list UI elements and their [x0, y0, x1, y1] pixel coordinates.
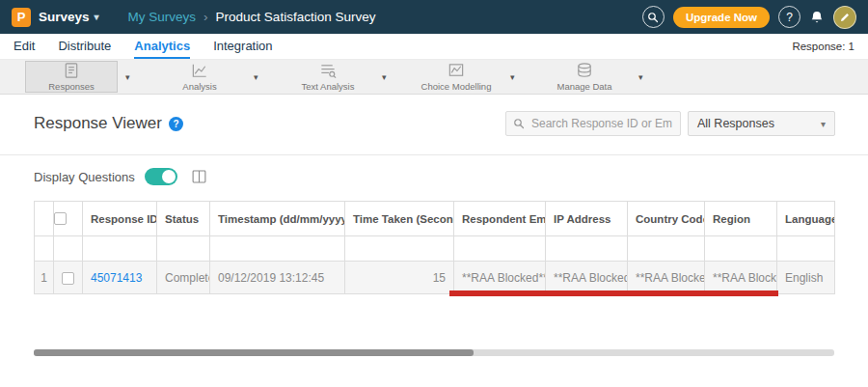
search-icon [647, 12, 659, 23]
time-taken-cell: 15 [345, 262, 454, 294]
column-header-status[interactable]: Status [157, 202, 210, 236]
help-icon: ? [786, 11, 793, 24]
select-all-checkbox[interactable] [54, 212, 67, 225]
filter-cell[interactable] [345, 236, 454, 262]
bell-icon [809, 10, 825, 25]
column-header-timestamp[interactable]: Timestamp (dd/mm/yyyy)⇅ [210, 202, 345, 236]
topbar: P Surveys ▾ My Surveys › Product Satisfa… [0, 0, 868, 34]
responses-icon [62, 62, 81, 80]
surveys-menu-label: Surveys [39, 10, 90, 24]
breadcrumb-my-surveys[interactable]: My Surveys [128, 10, 197, 24]
filter-cell[interactable] [546, 236, 628, 262]
responses-dropdown-caret[interactable]: ▾ [125, 72, 130, 82]
ribbon-group-text-analysis: Text Analysis ▾ [282, 61, 410, 93]
column-layout-button[interactable] [191, 169, 207, 184]
ribbon-item-analysis[interactable]: Analysis [153, 61, 246, 93]
ribbon-item-manage-data[interactable]: Manage Data [538, 61, 631, 93]
breadcrumb-current: Product Satisfaction Survey [216, 10, 376, 24]
column-label: Respondent Email [462, 213, 546, 225]
display-questions-label: Display Questions [34, 170, 135, 184]
response-viewer-panel: Response Viewer ? All Responses ▾ Displa… [0, 95, 868, 387]
row-select-cell [54, 262, 83, 294]
status-cell: Completed [157, 262, 210, 294]
filter-cell[interactable] [705, 236, 777, 262]
column-label: Timestamp (dd/mm/yyyy) [218, 213, 345, 225]
global-search-button[interactable] [642, 6, 665, 28]
ip-address-cell: **RAA Blocked** [546, 262, 628, 294]
filter-cell [54, 236, 83, 262]
filter-cell[interactable] [454, 236, 546, 262]
responses-filter-dropdown[interactable]: All Responses ▾ [688, 111, 835, 136]
column-label: Response ID [91, 213, 157, 225]
column-label: Status [165, 213, 199, 225]
ribbon-item-label: Analysis [182, 81, 216, 92]
tab-distribute[interactable]: Distribute [58, 34, 111, 59]
column-header-country-code[interactable]: Country Code [628, 202, 705, 236]
tab-edit[interactable]: Edit [14, 34, 35, 59]
analysis-icon [190, 62, 209, 80]
breadcrumb: My Surveys › Product Satisfaction Survey [128, 10, 376, 24]
column-header-time-taken[interactable]: Time Taken (Seconds)⇅ [345, 202, 454, 236]
text-analysis-icon [318, 62, 338, 80]
ribbon-item-label: Choice Modelling [421, 81, 492, 92]
select-all-header [54, 202, 83, 236]
tab-analytics[interactable]: Analytics [134, 34, 190, 59]
redaction-highlight [449, 290, 778, 296]
choice-modelling-icon [447, 62, 466, 80]
notifications-button[interactable] [809, 10, 825, 25]
column-header-respondent-email[interactable]: Respondent Email [454, 202, 546, 236]
response-id-cell: 45071413 [83, 262, 157, 294]
table-row[interactable]: 1 45071413 Completed 09/12/2019 13:12:45… [35, 262, 835, 294]
choice-modelling-dropdown-caret[interactable]: ▾ [510, 72, 515, 82]
column-header-region[interactable]: Region [705, 202, 777, 236]
viewer-help-badge[interactable]: ? [169, 117, 183, 131]
column-label: Region [713, 213, 750, 225]
ribbon-group-manage-data: Manage Data ▾ [538, 61, 666, 93]
surveys-menu[interactable]: Surveys ▾ [39, 10, 99, 24]
language-cell: English [777, 262, 835, 294]
search-icon [513, 118, 525, 129]
display-questions-row: Display Questions [34, 167, 207, 186]
upgrade-now-button[interactable]: Upgrade Now [673, 7, 770, 28]
manage-data-dropdown-caret[interactable]: ▾ [638, 72, 643, 82]
column-header-ip-address[interactable]: IP Address [546, 202, 628, 236]
search-input[interactable] [505, 111, 681, 136]
ribbon-item-choice-modelling[interactable]: Choice Modelling [410, 61, 502, 93]
row-index: 1 [35, 262, 54, 294]
scrollbar-thumb[interactable] [34, 349, 474, 356]
viewer-header: Response Viewer ? All Responses ▾ [34, 110, 835, 137]
horizontal-scrollbar[interactable] [34, 349, 834, 356]
column-header-language[interactable]: Language [777, 202, 835, 236]
column-label: IP Address [554, 213, 610, 225]
tab-integration[interactable]: Integration [213, 34, 272, 59]
row-checkbox[interactable] [62, 272, 74, 285]
analytics-ribbon: Responses ▾ Analysis ▾ Text Analysis ▾ C… [0, 60, 868, 95]
responses-table: Response ID▾ Status Timestamp (dd/mm/yyy… [34, 201, 835, 294]
country-code-cell: **RAA Blocked** [628, 262, 705, 294]
filter-cell[interactable] [210, 236, 345, 262]
analysis-dropdown-caret[interactable]: ▾ [254, 72, 258, 82]
app-logo[interactable]: P [12, 8, 31, 27]
survey-tabs: Edit Distribute Analytics Integration Re… [0, 34, 868, 60]
filter-cell[interactable] [83, 236, 157, 262]
ribbon-item-responses[interactable]: Responses [25, 61, 118, 93]
display-questions-toggle[interactable] [145, 168, 177, 185]
text-analysis-dropdown-caret[interactable]: ▾ [382, 72, 387, 82]
region-cell: **RAA Blocked** [705, 262, 777, 294]
pencil-icon [839, 12, 851, 23]
help-button[interactable]: ? [778, 6, 800, 28]
filter-cell[interactable] [628, 236, 705, 262]
response-id-link[interactable]: 45071413 [91, 271, 142, 285]
column-header-response-id[interactable]: Response ID▾ [83, 202, 157, 236]
filter-cell[interactable] [777, 236, 835, 262]
ribbon-item-text-analysis[interactable]: Text Analysis [282, 61, 374, 93]
column-label: Language [785, 213, 835, 225]
responses-table-wrap: Response ID▾ Status Timestamp (dd/mm/yyy… [34, 201, 835, 294]
chevron-down-icon: ▾ [95, 12, 99, 22]
filter-cell[interactable] [157, 236, 210, 262]
respondent-email-cell: **RAA Blocked** [454, 262, 546, 294]
timestamp-cell: 09/12/2019 13:12:45 [210, 262, 345, 294]
response-search [505, 111, 681, 136]
index-column-header [35, 202, 54, 236]
avatar[interactable] [833, 6, 856, 29]
